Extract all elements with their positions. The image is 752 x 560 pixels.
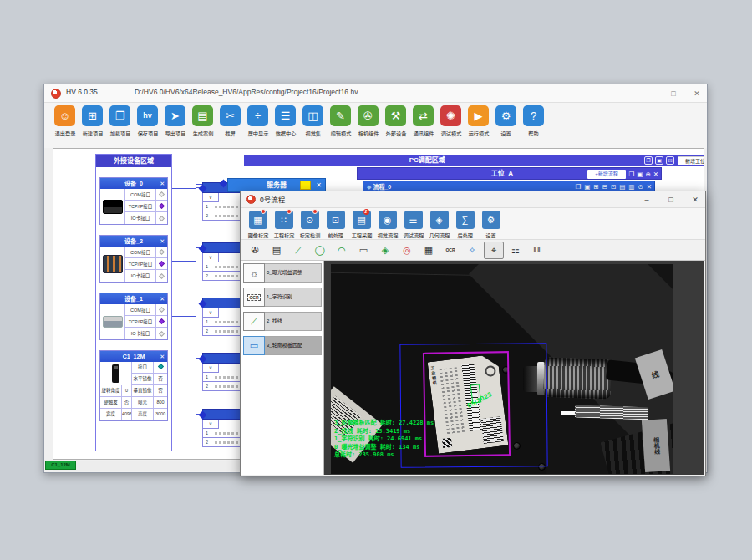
camera-component-button[interactable]: ✇ 相机组件	[354, 105, 382, 148]
flat-cable	[575, 405, 648, 420]
geometry-flow-button[interactable]: ◈ 几何流程	[426, 211, 452, 239]
circle-mark-tool[interactable]: ◎	[397, 242, 417, 259]
find-arc-tool[interactable]: ◠	[332, 242, 352, 259]
layout-station-icon[interactable]: ⊡	[666, 156, 674, 165]
expand-chevron[interactable]: ∨	[202, 420, 219, 429]
expand-chevron[interactable]: ∨	[202, 308, 219, 318]
vision-set-button[interactable]: ◫ 视觉集	[299, 105, 327, 148]
external-device-button[interactable]: ⚒ 外部设备	[382, 105, 409, 148]
help-button[interactable]: ? 帮助	[520, 105, 547, 148]
dialog-titlebar[interactable]: 0号流程 – □ ✕	[241, 191, 705, 208]
minimize-button[interactable]: –	[645, 89, 655, 98]
calib-check-button[interactable]: ⊙ 标定检测	[297, 211, 323, 239]
blob-tool[interactable]: ◈	[375, 242, 395, 259]
image-calib-button[interactable]: ▦ 图像标定	[245, 211, 271, 239]
camera-card-header[interactable]: C1_12M ✕	[100, 351, 167, 362]
close-icon[interactable]: ✕	[160, 236, 165, 247]
close-icon[interactable]: ✕	[316, 179, 322, 191]
close-icon[interactable]: ✕	[160, 351, 165, 362]
port-connector[interactable]	[156, 270, 167, 282]
device-stack-tool[interactable]: ▤	[267, 242, 287, 259]
port-connector[interactable]	[156, 247, 167, 257]
load-project-button[interactable]: ❐ 加载项目	[106, 105, 134, 148]
settings-icon[interactable]: ⊕	[645, 170, 650, 179]
export-project-button[interactable]: ➤ 导出项目	[161, 105, 189, 148]
camera-search-tool[interactable]: ⌖	[484, 242, 504, 259]
center-view-button[interactable]: ÷ 居中显示	[244, 105, 272, 148]
close-button[interactable]: ✕	[692, 89, 702, 98]
device-card-header[interactable]: 设备_1 ✕	[100, 293, 167, 304]
add-flow-button[interactable]: +新增流程	[587, 170, 626, 179]
qr-code-tool[interactable]: ▦	[419, 242, 439, 259]
generate-case-button[interactable]: ▤ 生成案例	[189, 105, 216, 148]
device-card-header[interactable]: 设备_0 ✕	[100, 178, 167, 189]
result-line: 总耗时: 235.908 ms	[334, 451, 434, 460]
vision-flow-button[interactable]: ◉ 视觉流程	[374, 211, 400, 239]
screenshot-button[interactable]: ✂ 截屏	[216, 105, 244, 148]
toolbar-icon: ✎	[330, 105, 351, 126]
camera-port-connector[interactable]	[154, 362, 167, 373]
edit-mode-button[interactable]: ✎ 编辑模式	[327, 105, 354, 148]
add-station-button[interactable]: 新增工位	[678, 156, 704, 165]
close-icon[interactable]: ✕	[653, 170, 658, 179]
find-circle-tool[interactable]: ◯	[310, 242, 330, 259]
expand-chevron[interactable]: ∨	[202, 364, 219, 373]
maximize-button[interactable]: □	[666, 196, 676, 204]
server-status-indicator[interactable]	[300, 181, 311, 190]
save-icon[interactable]: ▣	[637, 170, 643, 179]
port-connector[interactable]	[156, 189, 167, 200]
data-center-button[interactable]: ☰ 数据中心	[272, 105, 299, 148]
pre-process-button[interactable]: ⊡ 前处理	[323, 211, 348, 239]
notification-dot-icon	[312, 209, 318, 214]
port-connector[interactable]	[156, 304, 167, 315]
project-calib-button[interactable]: ∷ 工程标定	[271, 211, 297, 239]
step-exposure[interactable]: ☼ 0_曝光增益调整	[243, 263, 322, 285]
device-card-header[interactable]: 设备_2 ✕	[100, 236, 167, 247]
debug-flow-button[interactable]: ⚌ 调试流程	[400, 211, 426, 239]
flow-settings-button[interactable]: ⚙ 设置	[478, 211, 504, 239]
logout-button[interactable]: ☺ 退出登录	[51, 105, 79, 148]
camera-photo[interactable]: 线 相机线 工业相机 05/2023	[331, 264, 673, 474]
station-header: 工位_A +新增流程 ❐ ▣ ⊕ ✕	[357, 167, 662, 180]
copy-icon[interactable]: ❐	[629, 170, 635, 179]
new-project-button[interactable]: ⊞ 新建项目	[79, 105, 106, 148]
post-process-button[interactable]: ∑ 后处理	[452, 211, 478, 239]
save-project-button[interactable]: hv 保存项目	[134, 105, 161, 148]
flow-step-list: ☼ 0_曝光增益调整 OCR 1_字符识别 ⟋ 2_找线 ▭	[241, 261, 324, 475]
settings-button[interactable]: ⚙ 设置	[492, 105, 520, 148]
close-icon[interactable]: ✕	[160, 293, 165, 304]
step-template-match[interactable]: ▭ 3_轮廓模板匹配	[243, 336, 322, 358]
camera-status-badge[interactable]: C1_12M	[45, 461, 76, 470]
run-mode-button[interactable]: ▶ 运行模式	[465, 105, 492, 148]
flow-node-header[interactable]	[202, 353, 241, 364]
find-line-tool[interactable]: ⟋	[288, 242, 308, 259]
flow-node-header[interactable]	[202, 409, 241, 420]
expand-chevron[interactable]: ∨	[202, 193, 219, 202]
step-ocr[interactable]: OCR 1_字符识别	[243, 288, 322, 309]
port-connector-active[interactable]	[156, 201, 167, 211]
port-connector[interactable]	[156, 328, 167, 339]
roi-rect-tool[interactable]: ▭	[353, 242, 373, 259]
flow-node-header[interactable]	[202, 298, 241, 308]
port-connector-active[interactable]	[156, 316, 167, 327]
ocr-tool[interactable]: OCR	[440, 242, 460, 259]
debug-mode-button[interactable]: ✺ 调试模式	[437, 105, 465, 148]
port-connector[interactable]	[156, 212, 167, 224]
expand-chevron[interactable]: ∨	[202, 253, 219, 262]
aperture-tool[interactable]: ✇	[245, 242, 265, 259]
close-button[interactable]: ✕	[690, 196, 700, 204]
dot-matrix-tool[interactable]: ⚏	[506, 242, 526, 259]
save-station-icon[interactable]: ▣	[655, 156, 663, 165]
copy-station-icon[interactable]: ❐	[644, 156, 653, 165]
polygon-tool[interactable]: ✧	[462, 242, 482, 259]
flow-node-header[interactable]	[202, 242, 241, 253]
main-titlebar[interactable]: HV 6.0.35 D:/HV6.0/HV6/x64Release_HV6/Ap…	[44, 84, 707, 103]
maximize-button[interactable]: □	[668, 89, 678, 98]
close-icon[interactable]: ✕	[160, 178, 165, 189]
barcode-tool[interactable]: ‖‖	[527, 242, 547, 259]
comm-component-button[interactable]: ⇄ 通讯组件	[409, 105, 437, 148]
port-connector-active[interactable]	[156, 258, 167, 269]
minimize-button[interactable]: –	[642, 196, 652, 204]
step-findline[interactable]: ⟋ 2_找线	[243, 312, 322, 333]
project-capture-button[interactable]: ▤ 2 工程采图	[348, 211, 374, 239]
